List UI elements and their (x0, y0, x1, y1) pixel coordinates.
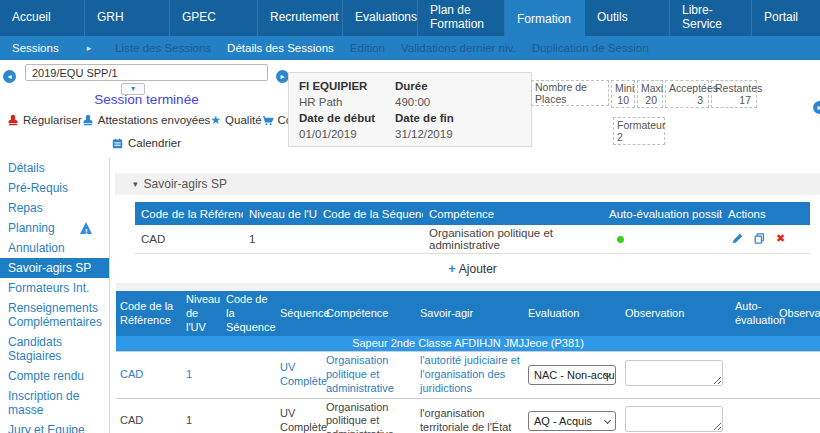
sidebar-item-renseignements-complementaires[interactable]: Renseignements Complémentaires (0, 298, 109, 332)
subnav-edition[interactable]: Edition (350, 42, 385, 54)
sidebar-item-repas[interactable]: Repas (0, 198, 109, 218)
cell-sequence: UV Complète (276, 398, 322, 433)
cell-code-seq (317, 225, 423, 253)
session-title: FI EQUIPIER (299, 80, 395, 92)
cell-auto-eval (603, 225, 722, 253)
cell-auto-evaluation (731, 398, 775, 433)
sidebar-item-pre-requis[interactable]: Pré-Requis (0, 178, 109, 198)
tab-label: Recrutement (270, 11, 339, 25)
subnav-duplication-de-session[interactable]: Duplication de Session (532, 42, 649, 54)
restantes-label: Restantes (715, 82, 753, 94)
collapse-triangle-icon[interactable]: ▾ (133, 179, 138, 189)
tab-portail[interactable]: Portail (752, 0, 820, 36)
calendrier-button[interactable]: Calendrier (25, 137, 268, 149)
formateur-box: Formateur 2 (613, 117, 665, 145)
col-competence: Compétence (423, 202, 603, 225)
tab-label: Outils (597, 11, 628, 25)
tab-label: Libre-Service (682, 4, 747, 32)
table2-header-row: Code de la Référence Niveau de l'UV Code… (116, 291, 820, 336)
evaluation-select[interactable]: NAC - Non-acquis (528, 365, 616, 385)
add-button[interactable]: +Ajouter (135, 261, 810, 276)
delete-icon[interactable]: ✖ (776, 232, 785, 245)
cell-code[interactable]: CAD (116, 352, 182, 398)
sidebar-item-savoir-agirs-sp[interactable]: Savoir-agirs SP (0, 258, 109, 278)
subnav-liste-des-sessions[interactable]: Liste des Sessions (115, 42, 211, 54)
col-code-reference: Code de la Référence (135, 202, 243, 225)
add-label: Ajouter (459, 262, 497, 276)
edit-icon[interactable] (732, 233, 743, 244)
session-ref-input[interactable] (25, 64, 268, 81)
places-panel: Nombre de Places Mini10 Maxi20 Acceptées… (531, 80, 757, 108)
plus-icon: + (448, 261, 456, 276)
sidebar-item-inscription-de-masse[interactable]: Inscription de masse (0, 386, 109, 420)
green-status-dot (617, 236, 624, 243)
sidebar-item-details[interactable]: Détails (0, 158, 109, 178)
tab-formation-active[interactable]: Formation (505, 0, 585, 40)
evaluation-select[interactable]: AQ - Acquis (528, 411, 616, 431)
tab-gpec[interactable]: GPEC (170, 0, 258, 36)
calendrier-label: Calendrier (128, 137, 181, 149)
tab-label: Plan de Formation (430, 4, 500, 32)
cell-code-seq (222, 352, 276, 398)
tab-grh[interactable]: GRH (85, 0, 170, 36)
subnav-validations-dernier-niv[interactable]: Validations dernier niv. (401, 42, 516, 54)
tab-libre-service[interactable]: Libre-Service (670, 0, 752, 36)
tab-accueil[interactable]: Accueil (0, 0, 85, 36)
tab-recrutement[interactable]: Recrutement (258, 0, 343, 36)
evaluation-table: Code de la Référence Niveau de l'UV Code… (116, 291, 820, 433)
sidebar-item-candidats-stagiaires[interactable]: Candidats Stagiaires (0, 332, 109, 366)
section-divider (116, 283, 820, 291)
copy-icon[interactable] (754, 233, 765, 244)
table1-header-row: Code de la Référence Niveau de l'UV Code… (135, 202, 810, 225)
col-savoir-agir: Savoir-agir (416, 291, 524, 336)
attestations-label: Attestations envoyées (98, 114, 211, 126)
sidebar-item-label: Planning (8, 221, 55, 235)
next-panel-button[interactable]: ▸ (813, 101, 820, 114)
cell-observation (621, 352, 731, 398)
sidebar-item-compte-rendu[interactable]: Compte rendu (0, 366, 109, 386)
table-row: CAD 1 UV Complète Organisation politique… (116, 352, 820, 398)
tab-plan-de-formation[interactable]: Plan de Formation (418, 0, 505, 36)
tab-evaluations[interactable]: Evaluations (343, 0, 418, 36)
sidebar-item-annulation[interactable]: Annulation (0, 238, 109, 258)
places-label: Nombre de Places (535, 81, 605, 105)
trainee-group-header: Sapeur 2nde Classe AFDIHJN JMJJeoe (P381… (116, 336, 820, 352)
cell-observation-2 (775, 398, 820, 433)
mini-label: Mini (615, 82, 631, 94)
attestations-button[interactable]: Attestations envoyées (82, 114, 211, 126)
col-auto-evaluation: Auto-évaluation (731, 291, 775, 336)
col-code-sequence: Code de la Séquence (222, 291, 276, 336)
regulariser-button[interactable]: Régulariser (7, 114, 82, 126)
col-observation-2: Observation (775, 291, 820, 336)
observation-textarea[interactable] (625, 360, 723, 386)
qualite-label: Qualité (225, 114, 261, 126)
previous-session-button[interactable]: ◂ (3, 70, 16, 83)
star-icon: ★ (210, 113, 221, 127)
observation-textarea[interactable] (625, 406, 723, 432)
regulariser-label: Régulariser (23, 114, 82, 126)
table-row: CAD 1 UV Complète Organisation politique… (116, 398, 820, 433)
session-actions: Régulariser Attestations envoyées ★ Qual… (2, 113, 288, 127)
sidebar-item-formateurs-int[interactable]: Formateurs Int. (0, 278, 109, 298)
acceptees-value: 3 (669, 94, 705, 106)
savoir-agirs-reference-table: Code de la Référence Niveau de l'UV Code… (135, 202, 810, 254)
cell-savoir-agir[interactable]: l'autorité judiciaire et l'organisation … (416, 352, 524, 398)
qualite-button[interactable]: ★ Qualité (210, 113, 261, 127)
col-code-sequence: Code de la Séquence (317, 202, 423, 225)
stamp-red-icon (7, 114, 19, 126)
table-row: CAD 1 Organisation politique et administ… (135, 225, 810, 253)
savoir-agirs-section-header: ▾ Savoir-agirs SP (115, 173, 820, 195)
formateur-value: 2 (617, 131, 661, 143)
calendar-icon (112, 138, 123, 149)
cell-competence: Organisation politique et administrative (322, 352, 416, 398)
col-code-reference: Code de la Référence (116, 291, 182, 336)
subnav-details-des-sessions[interactable]: Détails des Sessions (227, 42, 334, 54)
sidebar-item-planning[interactable]: Planning (0, 218, 109, 238)
sidebar-item-jury-et-equipe[interactable]: Jury et Equipe (0, 420, 109, 433)
subnav-sessions[interactable]: Sessions (12, 42, 59, 54)
warning-icon (80, 222, 93, 234)
tab-outils[interactable]: Outils (585, 0, 670, 36)
chevron-down-icon (604, 417, 611, 424)
maxi-label: Maxi (641, 82, 659, 94)
cell-code-seq (222, 398, 276, 433)
